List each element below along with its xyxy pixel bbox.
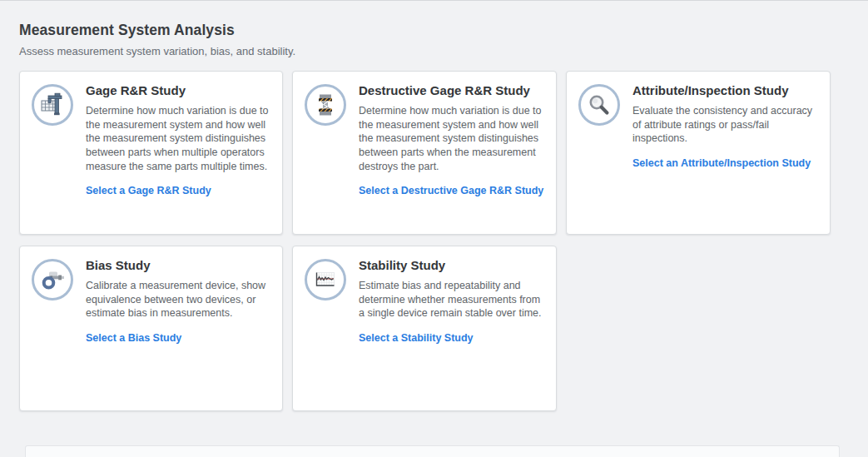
page-title: Measurement System Analysis	[19, 22, 868, 39]
caliper-grid-icon	[32, 84, 73, 126]
card-title: Bias Study	[86, 258, 270, 272]
card-gage-rr-study: Gage R&R Study Determine how much variat…	[19, 71, 283, 235]
run-chart-icon	[305, 259, 346, 301]
card-title: Attribute/Inspection Study	[632, 83, 818, 97]
card-destructive-gage-rr-study: Destructive Gage R&R Study Determine how…	[292, 71, 557, 235]
next-section-top-edge	[25, 445, 840, 457]
card-title: Stability Study	[359, 258, 544, 272]
micrometer-icon	[32, 259, 73, 301]
select-destructive-gage-rr-study-link[interactable]: Select a Destructive Gage R&R Study	[359, 185, 543, 196]
card-title: Gage R&R Study	[86, 83, 270, 97]
card-stability-study: Stability Study Estimate bias and repeat…	[292, 246, 557, 411]
select-attribute-inspection-study-link[interactable]: Select an Attribute/Inspection Study	[632, 157, 811, 169]
select-stability-study-link[interactable]: Select a Stability Study	[359, 332, 474, 344]
page-subtitle: Assess measurement system variation, bia…	[19, 45, 868, 57]
card-attribute-inspection-study: Attribute/Inspection Study Evaluate the …	[566, 71, 831, 235]
tensile-test-icon	[305, 84, 346, 126]
study-cards-grid: Gage R&R Study Determine how much variat…	[19, 71, 868, 411]
card-description: Calibrate a measurement device, show equ…	[86, 279, 270, 320]
page-header: Measurement System Analysis Assess measu…	[0, 1, 868, 57]
card-title: Destructive Gage R&R Study	[359, 83, 544, 97]
select-gage-rr-study-link[interactable]: Select a Gage R&R Study	[86, 185, 211, 196]
card-description: Determine how much variation is due to t…	[86, 104, 270, 173]
magnifier-icon	[578, 84, 620, 126]
card-description: Estimate bias and repeatability and dete…	[359, 279, 544, 320]
card-bias-study: Bias Study Calibrate a measurement devic…	[19, 246, 283, 411]
card-description: Determine how much variation is due to t…	[359, 104, 544, 173]
select-bias-study-link[interactable]: Select a Bias Study	[86, 332, 181, 344]
card-description: Evaluate the consistency and accuracy of…	[632, 104, 818, 146]
